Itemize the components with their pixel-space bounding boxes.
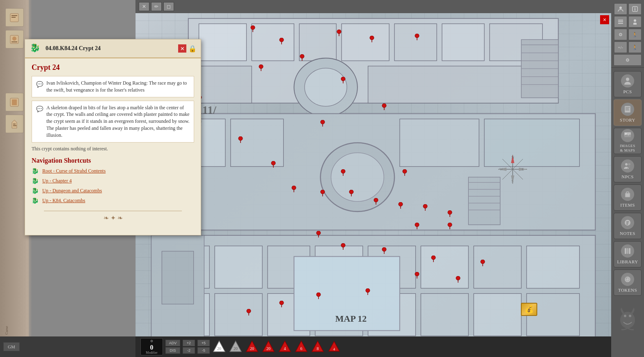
svg-rect-159 [618, 23, 623, 24]
svg-point-128 [247, 309, 251, 313]
map-pin[interactable] [238, 136, 243, 145]
nav-link-root-text[interactable]: Root - Curse of Strahd Contents [42, 168, 105, 174]
left-sidebar-item-2[interactable] [5, 30, 24, 48]
nav-link-root[interactable]: 🐉 Root - Curse of Strahd Contents [32, 168, 194, 175]
map-pin[interactable] [349, 190, 354, 198]
plus2-button[interactable]: +2 [183, 340, 195, 346]
map-pin[interactable] [369, 36, 374, 44]
left-sidebar-item-4[interactable] [5, 115, 24, 133]
svg-point-86 [341, 169, 345, 173]
minus5-button[interactable]: -5 [197, 347, 210, 354]
nav-link-chapter4[interactable]: 🐉 Up - Chapter 4 [32, 177, 194, 185]
die-d20-grey[interactable]: 20 [229, 340, 243, 354]
sidebar-btn-library[interactable]: Library [614, 241, 642, 267]
map-pin[interactable] [423, 204, 428, 212]
map-pin[interactable] [341, 77, 346, 85]
die-d20-red-5[interactable]: 8 [311, 340, 325, 354]
nav-link-chapter4-text[interactable]: Up - Chapter 4 [42, 178, 72, 184]
toolbar-list-icon[interactable] [614, 16, 627, 28]
map-pin[interactable] [382, 104, 387, 112]
die-d20-red-4[interactable]: 6 [294, 340, 308, 354]
toolbar-minus-icon[interactable]: 🚶 [628, 41, 642, 53]
description-icon: 💬 [36, 105, 43, 113]
die-d20-red-3[interactable]: 4 [278, 340, 292, 354]
map-pin[interactable] [300, 54, 305, 62]
sidebar-btn-notes[interactable]: Notes [614, 213, 642, 239]
map-pin[interactable] [415, 223, 419, 231]
svg-point-118 [415, 272, 419, 276]
map-pin[interactable] [291, 186, 296, 194]
map-pin[interactable] [250, 25, 255, 32]
card-lock-icon[interactable]: 🔒 [188, 45, 197, 53]
map-pin[interactable] [456, 276, 461, 284]
die-d20-red-2[interactable]: 20 [261, 340, 275, 354]
map-pin[interactable] [341, 243, 346, 251]
svg-rect-1 [199, 24, 247, 61]
die-d20-red-1[interactable]: 20 [245, 340, 259, 354]
toolbar-gear-icon[interactable]: ⚙ [614, 29, 627, 40]
sidebar-btn-items[interactable]: Items [614, 184, 642, 211]
minus2-button[interactable]: -2 [183, 347, 195, 354]
map-pin[interactable] [279, 301, 284, 309]
map-pin[interactable] [415, 34, 419, 42]
map-pin[interactable] [320, 190, 325, 198]
left-sidebar-item-3[interactable] [5, 93, 24, 111]
die-pyramid-red[interactable]: 4 [327, 340, 341, 354]
map-pin[interactable] [402, 169, 407, 177]
map-pin[interactable] [259, 64, 264, 73]
toolbar-person-icon[interactable] [628, 16, 642, 28]
toolbar-settings-icon[interactable]: ⚙ [614, 54, 642, 66]
toolbar-figure-icon[interactable]: 🚶 [628, 29, 642, 40]
nav-link-dungeon-text[interactable]: Up - Dungeon and Catacombs [42, 188, 102, 194]
map-close-button[interactable]: × [600, 15, 609, 24]
map-pin[interactable] [316, 231, 321, 239]
map-pin[interactable] [415, 272, 419, 280]
sidebar-btn-tokens[interactable]: Tokens [614, 269, 642, 296]
sidebar-btn-story[interactable]: STory [614, 99, 642, 126]
sidebar-btn-images-maps[interactable]: Images& Maps [614, 128, 642, 154]
map-pin[interactable] [447, 223, 452, 231]
plus5-button[interactable]: +5 [197, 340, 210, 346]
toolbar-users-icon[interactable] [614, 3, 627, 15]
map-pin[interactable] [382, 247, 387, 256]
svg-point-179 [620, 312, 635, 328]
adv-button[interactable]: ADV [165, 340, 180, 346]
map-pin[interactable] [398, 202, 403, 210]
map-pin[interactable] [341, 169, 346, 177]
map-pin[interactable] [374, 198, 378, 206]
images-maps-icon [621, 129, 634, 142]
toolbar-pencil-btn[interactable]: ✏ [151, 2, 162, 11]
svg-text:20: 20 [266, 346, 270, 351]
map-pin[interactable] [271, 161, 276, 169]
map-pin[interactable] [246, 309, 251, 317]
map-pin[interactable] [447, 210, 452, 219]
map-pin[interactable] [365, 288, 370, 297]
map-pin[interactable] [431, 256, 436, 264]
story-icon [621, 103, 634, 116]
die-d20-white[interactable]: 20 [212, 340, 226, 354]
nav-link-dungeon[interactable]: 🐉 Up - Dungeon and Catacombs [32, 187, 194, 195]
map-pin[interactable] [337, 30, 341, 38]
card-close-button[interactable]: ✕ [178, 44, 186, 53]
map-pin[interactable] [279, 38, 284, 46]
map-pin[interactable] [480, 260, 485, 268]
gm-button[interactable]: GM [3, 342, 20, 351]
map-pin[interactable] [316, 293, 321, 301]
gold-chest-token[interactable]: 💰 [521, 303, 537, 316]
toolbar-info-icon[interactable] [628, 3, 642, 15]
nav-link-k84-text[interactable]: Up - K84. Catacombs [42, 198, 85, 204]
toolbar-cursor-btn[interactable]: ✕ [139, 2, 149, 11]
svg-point-70 [300, 54, 304, 58]
nav-link-k84[interactable]: 🐉 Up - K84. Catacombs [32, 197, 194, 205]
sidebar-btn-npcs[interactable]: NPCs [614, 156, 642, 182]
svg-point-72 [259, 64, 263, 69]
toolbar-eraser-btn[interactable]: ◻ [163, 2, 174, 11]
toolbar-plus-icon[interactable]: +/- [614, 41, 627, 53]
map-pin[interactable] [320, 120, 325, 128]
pcs-label: PCs [623, 89, 632, 94]
sidebar-btn-pcs[interactable]: PCs [614, 71, 642, 97]
dis-button[interactable]: DIS [165, 347, 180, 354]
left-sidebar-item-1[interactable] [5, 8, 24, 27]
svg-rect-158 [618, 21, 623, 22]
npcs-label: NPCs [621, 174, 634, 179]
